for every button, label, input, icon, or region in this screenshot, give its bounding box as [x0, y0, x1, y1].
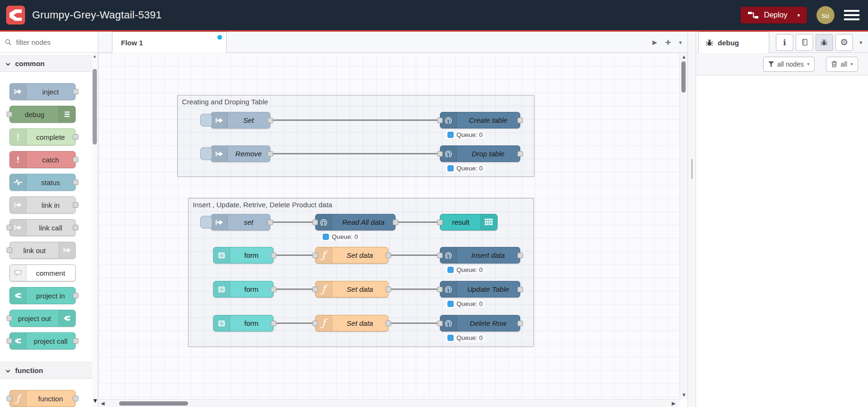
palette-scrollbar-thumb[interactable]	[93, 69, 97, 144]
wire-form2-to-setdata2[interactable]	[276, 288, 313, 290]
palette-category-common[interactable]: common	[0, 55, 92, 72]
flow-node-remove[interactable]: Remove	[211, 145, 270, 162]
node-port-output[interactable]	[267, 151, 273, 157]
flow-list-caret-icon[interactable]: ▾	[679, 39, 682, 46]
node-port-input[interactable]	[437, 253, 443, 258]
node-port-output[interactable]	[386, 287, 391, 292]
node-port-input[interactable]	[7, 225, 12, 230]
wire-set2-to-readall[interactable]	[273, 221, 313, 223]
user-avatar[interactable]: su	[816, 6, 834, 24]
node-port-input[interactable]	[7, 247, 12, 253]
wire-readall-to-result[interactable]	[398, 221, 438, 223]
palette-scroll-down-icon[interactable]: ▼	[92, 397, 98, 404]
palette-scroll-up-icon[interactable]: ▲	[93, 54, 97, 59]
node-port-input[interactable]	[437, 220, 443, 225]
tab-scroll-right-icon[interactable]: ▶	[653, 39, 657, 46]
debug-tab-button[interactable]	[816, 34, 833, 51]
node-port-input[interactable]	[437, 151, 443, 157]
main-menu-icon[interactable]	[844, 10, 859, 20]
node-port-input[interactable]	[437, 118, 443, 123]
flow-node-drop[interactable]: Drop table	[440, 145, 520, 162]
horizontal-scrollbar-thumb[interactable]	[119, 401, 188, 406]
palette-scrollbar[interactable]: ▲ ▼	[92, 53, 98, 407]
debug-clear-button[interactable]: all ▾	[826, 57, 858, 72]
flow-node-setdata2[interactable]: ƒSet data	[315, 281, 388, 297]
node-port-input[interactable]	[312, 321, 318, 326]
palette-node-inject[interactable]: inject	[9, 83, 76, 100]
vertical-scrollbar[interactable]: ▲ ▼	[679, 53, 688, 399]
node-port-output[interactable]	[271, 253, 276, 258]
node-port-input[interactable]	[7, 338, 12, 344]
node-port-output[interactable]	[271, 321, 276, 326]
help-tab-button[interactable]	[796, 34, 813, 51]
node-port-output[interactable]	[267, 220, 273, 225]
tab-flow-1[interactable]: Flow 1	[112, 32, 227, 53]
node-port-input[interactable]	[312, 253, 318, 258]
vertical-scrollbar-thumb[interactable]	[681, 61, 686, 93]
node-port-input[interactable]	[312, 220, 318, 225]
scroll-right-icon[interactable]: ▶	[672, 401, 676, 406]
palette-category-function[interactable]: function	[0, 362, 92, 379]
node-port-input[interactable]	[437, 287, 443, 292]
palette-node-debug[interactable]: debug	[9, 106, 76, 123]
palette-node-project-in[interactable]: project in	[9, 287, 76, 304]
flow-node-set1[interactable]: Set	[211, 112, 270, 128]
tab-debug[interactable]: debug	[698, 32, 769, 53]
palette-node-catch[interactable]: catch	[9, 151, 76, 168]
palette-node-project-out[interactable]: project out	[9, 310, 76, 327]
node-port-output[interactable]	[517, 253, 523, 258]
node-port-input[interactable]	[312, 287, 318, 292]
node-port-input[interactable]	[7, 315, 12, 321]
horizontal-scrollbar[interactable]: ◀ ▶	[98, 399, 679, 407]
config-tab-button[interactable]: ⚙	[835, 34, 853, 51]
wire-form3-to-setdata3[interactable]	[276, 322, 313, 324]
scroll-left-icon[interactable]: ◀	[101, 401, 104, 406]
palette-node-status[interactable]: status	[9, 174, 76, 191]
node-port-output[interactable]	[73, 157, 78, 162]
wire-remove-to-drop[interactable]	[273, 153, 438, 154]
flow-node-form3[interactable]: form	[213, 315, 274, 331]
node-port-output[interactable]	[73, 338, 78, 344]
wire-setdata1-to-insert[interactable]	[391, 254, 438, 256]
scroll-down-icon[interactable]: ▼	[681, 392, 687, 398]
debug-message-list[interactable]	[696, 76, 868, 407]
palette-node-link-in[interactable]: link in	[9, 196, 76, 213]
wire-setdata3-to-delete[interactable]	[391, 322, 438, 324]
palette-node-link-call[interactable]: link call	[9, 219, 76, 236]
sidebar-resize-handle[interactable]	[688, 32, 696, 407]
node-port-output[interactable]	[73, 89, 78, 94]
node-port-output[interactable]	[517, 321, 523, 326]
flow-node-update[interactable]: Update Table	[440, 281, 520, 297]
node-port-output[interactable]	[517, 287, 523, 292]
wire-setdata2-to-update[interactable]	[391, 288, 438, 290]
node-port-input[interactable]	[437, 321, 443, 326]
flow-node-delete[interactable]: Delete Row	[440, 315, 520, 331]
node-port-output[interactable]	[73, 225, 78, 230]
flow-node-create[interactable]: Create table	[440, 112, 520, 128]
node-port-output[interactable]	[267, 118, 273, 123]
node-port-output[interactable]	[73, 202, 78, 208]
node-port-output[interactable]	[73, 293, 78, 298]
node-port-output[interactable]	[73, 396, 78, 401]
deploy-options-caret-icon[interactable]: ▾	[797, 12, 800, 18]
palette-node-complete[interactable]: complete	[9, 128, 76, 145]
sidebar-tabs-caret-icon[interactable]: ▾	[859, 39, 862, 46]
node-port-output[interactable]	[517, 118, 523, 123]
flow-node-insert[interactable]: Insert data	[440, 247, 520, 263]
palette-filter-input[interactable]	[15, 38, 88, 47]
node-port-output[interactable]	[517, 151, 523, 157]
add-flow-icon[interactable]: +	[665, 37, 671, 48]
flow-node-set2[interactable]: set	[211, 214, 270, 230]
resize-grip[interactable]	[691, 159, 693, 179]
node-port-output[interactable]	[73, 134, 78, 140]
node-port-output[interactable]	[271, 287, 276, 292]
node-port-output[interactable]	[393, 220, 398, 225]
deploy-button[interactable]: Deploy ▾	[740, 7, 807, 24]
palette-node-project-call[interactable]: project call	[9, 332, 76, 349]
debug-filter-button[interactable]: all nodes ▾	[763, 57, 815, 72]
node-port-output[interactable]	[386, 321, 391, 326]
node-port-output[interactable]	[73, 179, 78, 185]
wire-form1-to-setdata1[interactable]	[276, 254, 313, 256]
info-tab-button[interactable]: i	[776, 34, 793, 51]
flow-node-setdata3[interactable]: ƒSet data	[315, 315, 388, 331]
